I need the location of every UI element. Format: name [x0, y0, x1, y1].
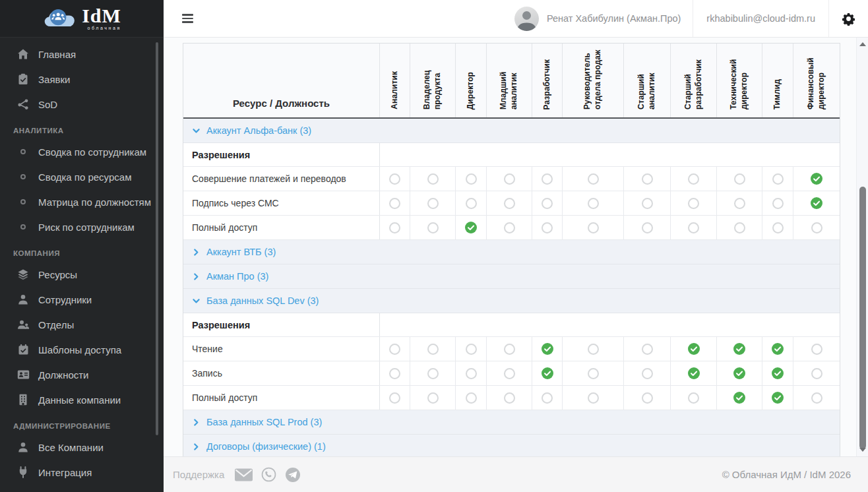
- matrix-cell[interactable]: [410, 386, 456, 410]
- scroll-up-icon[interactable]: [859, 42, 866, 46]
- user-name[interactable]: Ренат Хабибулин (Акман.Про): [547, 13, 681, 24]
- matrix-cell[interactable]: [624, 361, 671, 385]
- matrix-cell[interactable]: [671, 167, 717, 191]
- sidebar-item-риск-по-сотрудникам[interactable]: Риск по сотрудникам: [0, 214, 164, 239]
- sidebar-item-матрица-по-должностям[interactable]: Матрица по должностям: [0, 189, 164, 214]
- matrix-group-row[interactable]: База данных SQL Prod (3): [183, 410, 840, 435]
- matrix-cell[interactable]: [487, 167, 532, 191]
- matrix-cell[interactable]: [380, 361, 410, 385]
- matrix-cell[interactable]: [762, 216, 793, 239]
- matrix-cell[interactable]: [487, 361, 532, 385]
- whatsapp-icon[interactable]: [261, 467, 276, 482]
- matrix-cell[interactable]: [410, 191, 456, 215]
- matrix-cell[interactable]: [624, 337, 671, 361]
- matrix-cell[interactable]: [793, 191, 840, 215]
- matrix-cell[interactable]: [717, 216, 762, 239]
- matrix-cell[interactable]: [380, 167, 410, 191]
- matrix-cell[interactable]: [671, 337, 717, 361]
- matrix-cell[interactable]: [456, 361, 487, 385]
- matrix-cell[interactable]: [487, 191, 532, 215]
- matrix-cell[interactable]: [793, 216, 840, 239]
- matrix-cell[interactable]: [380, 386, 410, 410]
- matrix-cell[interactable]: [532, 167, 563, 191]
- matrix-cell[interactable]: [671, 386, 717, 410]
- matrix-cell[interactable]: [717, 167, 762, 191]
- matrix-cell[interactable]: [563, 216, 624, 239]
- matrix-cell[interactable]: [563, 337, 624, 361]
- matrix-cell[interactable]: [563, 191, 624, 215]
- matrix-cell[interactable]: [563, 167, 624, 191]
- vertical-scrollbar[interactable]: [856, 38, 868, 456]
- matrix-cell[interactable]: [532, 361, 563, 385]
- sidebar-item-заявки[interactable]: Заявки: [0, 67, 164, 92]
- sidebar-item-сводка-по-ресурсам[interactable]: Сводка по ресурсам: [0, 164, 164, 189]
- matrix-cell[interactable]: [793, 337, 840, 361]
- matrix-cell[interactable]: [762, 386, 793, 410]
- matrix-cell[interactable]: [380, 216, 410, 239]
- matrix-group-row[interactable]: База данных SQL Dev (3): [183, 289, 840, 313]
- matrix-cell[interactable]: [762, 191, 793, 215]
- matrix-cell[interactable]: [532, 191, 563, 215]
- sidebar-item-шаблоны-доступа[interactable]: Шаблоны доступа: [0, 337, 164, 362]
- matrix-cell[interactable]: [762, 167, 793, 191]
- matrix-cell[interactable]: [671, 191, 717, 215]
- sidebar-item-должности[interactable]: Должности: [0, 362, 164, 387]
- matrix-group-row[interactable]: Аккаунт ВТБ (3): [183, 240, 840, 264]
- matrix-cell[interactable]: [624, 191, 671, 215]
- matrix-cell[interactable]: [456, 191, 487, 215]
- sidebar-item-интеграция[interactable]: Интеграция: [0, 460, 164, 485]
- matrix-cell[interactable]: [793, 386, 840, 410]
- gear-icon[interactable]: [842, 12, 855, 26]
- matrix-cell[interactable]: [532, 337, 563, 361]
- scrollbar-thumb[interactable]: [859, 187, 866, 449]
- matrix-cell[interactable]: [563, 361, 624, 385]
- user-email[interactable]: rkhabibulin@cloud-idm.ru: [706, 13, 815, 24]
- matrix-cell[interactable]: [380, 337, 410, 361]
- matrix-cell[interactable]: [717, 361, 762, 385]
- matrix-cell[interactable]: [717, 386, 762, 410]
- matrix-cell[interactable]: [563, 386, 624, 410]
- matrix-group-row[interactable]: Акман Про (3): [183, 264, 840, 289]
- matrix-cell[interactable]: [456, 216, 487, 239]
- matrix-cell[interactable]: [410, 216, 456, 239]
- matrix-cell[interactable]: [624, 216, 671, 239]
- sidebar-item-сводка-по-сотрудникам[interactable]: Сводка по сотрудникам: [0, 139, 164, 164]
- matrix-cell[interactable]: [717, 337, 762, 361]
- sidebar-item-ресурсы[interactable]: Ресурсы: [0, 262, 164, 287]
- logo[interactable]: IdM облачная: [0, 0, 164, 38]
- avatar[interactable]: [514, 7, 539, 31]
- sidebar-item-главная[interactable]: Главная: [0, 42, 164, 67]
- matrix-cell[interactable]: [410, 167, 456, 191]
- matrix-cell[interactable]: [456, 386, 487, 410]
- matrix-cell[interactable]: [762, 361, 793, 385]
- matrix-cell[interactable]: [624, 167, 671, 191]
- scroll-down-icon[interactable]: [859, 448, 866, 452]
- matrix-cell[interactable]: [671, 361, 717, 385]
- matrix-cell[interactable]: [410, 337, 456, 361]
- matrix-cell[interactable]: [762, 337, 793, 361]
- matrix-cell[interactable]: [380, 191, 410, 215]
- matrix-cell[interactable]: [793, 167, 840, 191]
- matrix-cell[interactable]: [487, 337, 532, 361]
- matrix-cell[interactable]: [532, 216, 563, 239]
- matrix-cell[interactable]: [487, 216, 532, 239]
- matrix-cell[interactable]: [624, 386, 671, 410]
- menu-toggle-icon[interactable]: [182, 14, 193, 23]
- matrix-group-row[interactable]: Договоры (физические) (1): [183, 435, 840, 456]
- matrix-cell[interactable]: [671, 216, 717, 239]
- sidebar-item-сотрудники[interactable]: Сотрудники: [0, 287, 164, 312]
- matrix-cell[interactable]: [456, 167, 487, 191]
- matrix-cell[interactable]: [532, 386, 563, 410]
- telegram-icon[interactable]: [285, 467, 301, 483]
- sidebar-item-все-компании[interactable]: Все Компании: [0, 435, 164, 460]
- sidebar-item-данные-компании[interactable]: Данные компании: [0, 387, 164, 412]
- sidebar-scrollbar-thumb[interactable]: [156, 42, 158, 435]
- sidebar-item-sod[interactable]: SoD: [0, 92, 164, 117]
- matrix-cell[interactable]: [793, 361, 840, 385]
- sidebar-item-отделы[interactable]: Отделы: [0, 312, 164, 337]
- matrix-cell[interactable]: [456, 337, 487, 361]
- matrix-group-row[interactable]: Аккаунт Альфа-банк (3): [183, 119, 840, 143]
- matrix-cell[interactable]: [487, 386, 532, 410]
- matrix-cell[interactable]: [717, 191, 762, 215]
- mail-icon[interactable]: [235, 468, 253, 481]
